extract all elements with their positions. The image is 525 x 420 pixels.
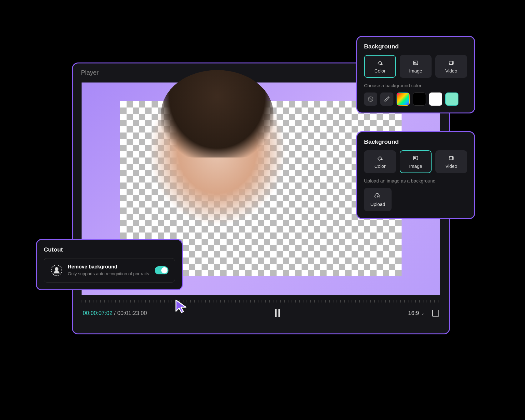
tab-color[interactable]: Color: [364, 150, 396, 173]
current-time: 00:00:07:02: [83, 310, 112, 316]
player-controls: 00:00:07:02 / 00:01:23:00 16:9 ⌄: [73, 302, 449, 324]
cursor-icon: [173, 299, 188, 314]
image-icon: [412, 60, 419, 66]
fullscreen-icon[interactable]: [432, 310, 439, 317]
upload-icon: [374, 193, 382, 199]
background-panel-image: Background Color Image Video Upload an i…: [356, 131, 475, 219]
svg-line-4: [369, 97, 372, 101]
swatch-none[interactable]: [364, 92, 377, 106]
swatch-eyedropper[interactable]: [380, 92, 393, 106]
eyedropper-icon: [384, 96, 390, 102]
cutout-panel: Cutout Remove background Only supports a…: [36, 239, 183, 290]
video-icon: [448, 60, 455, 66]
panel-title: Background: [364, 138, 467, 145]
remove-background-row: Remove background Only supports auto rec…: [44, 258, 175, 282]
hint-text: Upload an image as a background: [364, 178, 467, 183]
swatch-black[interactable]: [413, 92, 426, 106]
remove-background-toggle[interactable]: [155, 266, 168, 274]
background-panel-color: Background Color Image Video Choose a ba…: [356, 36, 475, 113]
paint-bucket-icon: [377, 60, 383, 66]
swatch-white[interactable]: [429, 92, 442, 106]
tab-image[interactable]: Image: [400, 150, 432, 173]
pause-button[interactable]: [272, 308, 282, 318]
svg-rect-2: [449, 61, 453, 65]
svg-rect-7: [449, 157, 453, 160]
hint-text: Choose a background color: [364, 83, 467, 88]
tab-video[interactable]: Video: [435, 55, 467, 78]
chevron-down-icon: ⌄: [421, 311, 425, 316]
timeline-ruler[interactable]: [82, 300, 440, 302]
tab-image[interactable]: Image: [400, 55, 432, 78]
video-icon: [448, 155, 455, 161]
person-cutout-icon: [50, 264, 63, 277]
tab-video[interactable]: Video: [435, 150, 467, 173]
option-subtitle: Only supports auto recognition of portra…: [68, 271, 150, 277]
swatch-mint[interactable]: [445, 92, 458, 106]
svg-point-9: [55, 268, 58, 271]
tab-color[interactable]: Color: [364, 55, 396, 78]
option-title: Remove background: [68, 264, 150, 270]
panel-title: Background: [364, 43, 467, 50]
aspect-ratio-selector[interactable]: 16:9 ⌄: [408, 310, 425, 317]
total-time: 00:01:23:00: [117, 310, 147, 316]
time-display: 00:00:07:02 / 00:01:23:00: [83, 310, 147, 317]
paint-bucket-icon: [377, 155, 383, 161]
image-icon: [412, 155, 419, 161]
swatch-custom[interactable]: [397, 92, 410, 106]
no-color-icon: [368, 96, 374, 102]
color-swatches: [364, 92, 467, 106]
upload-button[interactable]: Upload: [364, 188, 392, 211]
panel-title: Cutout: [44, 246, 175, 253]
